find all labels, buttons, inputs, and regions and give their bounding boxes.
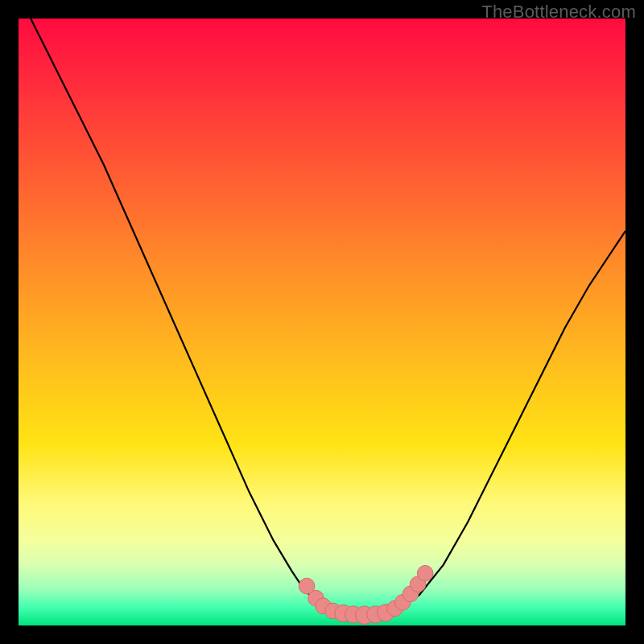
- valley-marker: [417, 565, 433, 581]
- curve-path: [31, 19, 625, 616]
- chart-frame: TheBottleneck.com: [0, 0, 644, 644]
- curve-layer: [19, 19, 625, 625]
- bottleneck-curve: [31, 19, 625, 616]
- valley-markers: [299, 565, 433, 624]
- watermark-text: TheBottleneck.com: [481, 2, 636, 23]
